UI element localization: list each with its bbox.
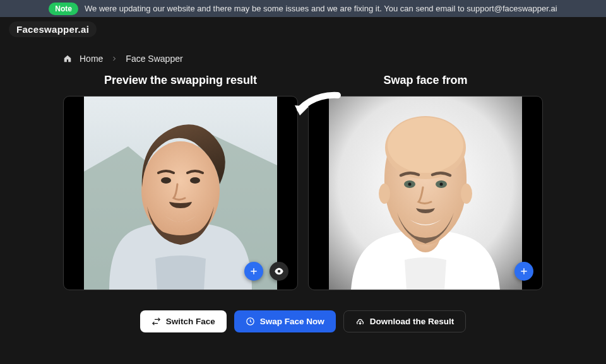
swap-face-now-button[interactable]: Swap Face Now — [234, 310, 336, 332]
svg-point-13 — [408, 183, 412, 186]
svg-point-3 — [190, 177, 200, 184]
source-fab-row — [514, 262, 533, 281]
preview-fab-row — [244, 262, 288, 281]
source-image-wrap — [308, 96, 543, 290]
main-row: Preview the swapping result — [0, 74, 606, 290]
add-photo-button[interactable] — [244, 262, 263, 281]
download-result-label: Download the Result — [370, 317, 454, 326]
eye-toggle-button[interactable] — [270, 262, 288, 281]
chevron-right-icon — [110, 55, 118, 62]
breadcrumb-current: Face Swapper — [126, 54, 182, 64]
source-face-image — [329, 96, 522, 290]
preview-image-wrap — [63, 96, 298, 290]
breadcrumb-home[interactable]: Home — [80, 54, 103, 64]
source-panel: Swap face from — [308, 74, 543, 290]
source-title: Swap face from — [383, 74, 467, 87]
breadcrumb: Home Face Swapper — [0, 41, 606, 74]
swap-face-now-label: Swap Face Now — [260, 317, 324, 326]
svg-point-6 — [278, 270, 281, 273]
download-icon — [355, 317, 365, 326]
home-icon[interactable] — [63, 54, 72, 63]
switch-icon — [152, 317, 161, 326]
swap-arrow-icon — [291, 91, 343, 127]
logo-bar: Faceswapper.ai — [0, 17, 606, 41]
svg-point-15 — [379, 184, 390, 204]
button-row: Switch Face Swap Face Now Download the R… — [0, 310, 606, 332]
site-logo[interactable]: Faceswapper.ai — [9, 21, 97, 37]
svg-point-14 — [440, 183, 443, 186]
preview-title: Preview the swapping result — [104, 74, 257, 87]
preview-panel: Preview the swapping result — [63, 74, 298, 290]
svg-point-2 — [161, 177, 171, 184]
svg-point-16 — [461, 184, 472, 204]
note-bar: Note We were updating our website and th… — [0, 0, 606, 17]
note-text: We were updating our website and there m… — [85, 4, 557, 13]
switch-face-button[interactable]: Switch Face — [140, 310, 227, 332]
switch-face-label: Switch Face — [166, 317, 215, 326]
note-badge: Note — [49, 3, 78, 15]
preview-face-image — [84, 96, 277, 290]
download-result-button[interactable]: Download the Result — [343, 310, 466, 332]
svg-point-10 — [388, 117, 463, 173]
add-source-button[interactable] — [514, 262, 533, 281]
swap-now-icon — [246, 317, 255, 326]
